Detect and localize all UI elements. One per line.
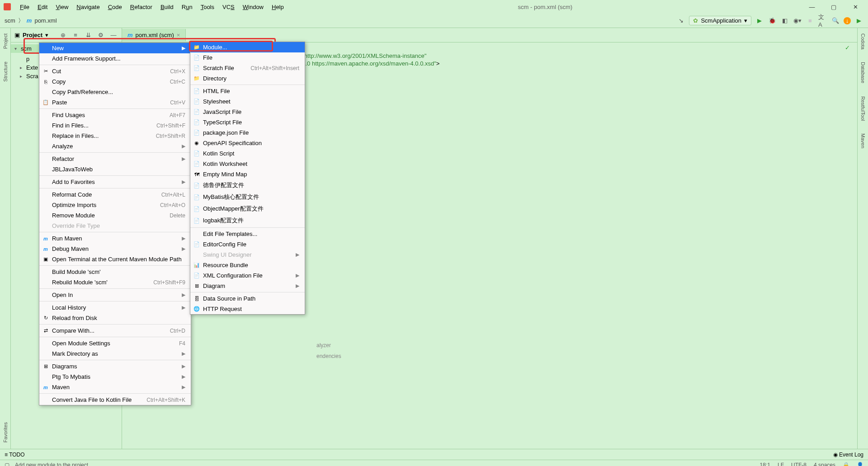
menu-item-editorconfig-file[interactable]: 📄EditorConfig File <box>190 239 305 249</box>
ide-scripting-icon[interactable]: ▶ <box>854 16 863 25</box>
menu-item-replace-in-files[interactable]: Replace in Files...Ctrl+Shift+R <box>39 131 191 141</box>
menu-vcs[interactable]: VCS <box>219 2 238 12</box>
chevron-down-icon[interactable]: ▾ <box>45 32 48 38</box>
menu-item-find-in-files[interactable]: Find in Files...Ctrl+Shift+F <box>39 120 191 131</box>
menu-item-openapi-specification[interactable]: ◉OpenAPI Specification <box>190 138 305 148</box>
menu-item-remove-module[interactable]: Remove ModuleDelete <box>39 210 191 221</box>
updates-icon[interactable]: ↓ <box>844 17 851 24</box>
menu-build[interactable]: Build <box>157 2 177 12</box>
status-encoding[interactable]: UTF-8 <box>791 462 807 466</box>
menu-item-copy[interactable]: ⎘CopyCtrl+C <box>39 76 191 87</box>
menu-item-file[interactable]: 📄File <box>190 52 305 63</box>
menu-item-diagram[interactable]: ⊞Diagram▶ <box>190 281 305 291</box>
coverage-button[interactable]: ◧ <box>780 16 789 25</box>
menu-item-open-in[interactable]: Open In▶ <box>39 290 191 300</box>
menu-item-local-history[interactable]: Local History▶ <box>39 302 191 313</box>
menu-item-debug-maven[interactable]: mDebug Maven▶ <box>39 244 191 254</box>
collapse-icon[interactable]: ⇊ <box>84 31 93 40</box>
menu-item-resource-bundle[interactable]: 📊Resource Bundle <box>190 260 305 270</box>
menu-item-jbljavatoweb[interactable]: JBLJavaToWeb <box>39 164 191 174</box>
menu-item-[interactable]: 📄德鲁伊配置文件 <box>190 179 305 191</box>
maximize-button[interactable]: ▢ <box>825 1 843 12</box>
run-button[interactable]: ▶ <box>755 16 764 25</box>
editor-tab[interactable]: m pom.xml (scm) × <box>122 29 186 41</box>
minimize-button[interactable]: — <box>803 1 821 12</box>
menu-item-xml-configuration-file[interactable]: 📄XML Configuration File▶ <box>190 270 305 281</box>
status-line-separator[interactable]: LF <box>778 462 784 466</box>
inspection-indicator[interactable]: ✓ <box>845 44 850 51</box>
tool-tab-database[interactable]: Database <box>860 60 866 85</box>
menu-item-html-file[interactable]: 📄HTML File <box>190 86 305 96</box>
menu-item-data-source-in-path[interactable]: 🗄Data Source in Path <box>190 293 305 304</box>
profiler-button[interactable]: ◉▾ <box>793 16 802 25</box>
menu-item-edit-file-templates[interactable]: Edit File Templates... <box>190 229 305 239</box>
menu-item-mark-directory-as[interactable]: Mark Directory as▶ <box>39 348 191 359</box>
gear-icon[interactable]: ⚙ <box>96 31 105 40</box>
menu-file[interactable]: File <box>16 2 33 12</box>
menu-item-cut[interactable]: ✂CutCtrl+X <box>39 66 191 76</box>
close-tab-icon[interactable]: × <box>177 32 180 38</box>
menu-item-reload-from-disk[interactable]: ↻Reload from Disk <box>39 313 191 323</box>
menu-item-analyze[interactable]: Analyze▶ <box>39 141 191 151</box>
menu-edit[interactable]: Edit <box>34 2 51 12</box>
status-inspections-icon[interactable]: 👤 <box>857 462 863 466</box>
hide-icon[interactable]: — <box>109 31 118 40</box>
close-button[interactable]: ✕ <box>846 1 864 12</box>
breadcrumb-file[interactable]: pom.xml <box>34 17 57 24</box>
menu-item-stylesheet[interactable]: 📄Stylesheet <box>190 96 305 107</box>
tool-tab-todo[interactable]: ≡ TODO <box>5 452 25 458</box>
menu-navigate[interactable]: Navigate <box>73 2 103 12</box>
menu-item-convert-java-file-to-kotlin-file[interactable]: Convert Java File to Kotlin FileCtrl+Alt… <box>39 395 191 405</box>
menu-item-build-module-scm[interactable]: Build Module 'scm' <box>39 267 191 277</box>
menu-help[interactable]: Help <box>268 2 288 12</box>
menu-item-empty-mind-map[interactable]: 🗺Empty Mind Map <box>190 169 305 179</box>
breadcrumb-root[interactable]: scm <box>5 17 15 24</box>
tool-tab-maven[interactable]: Maven <box>860 132 866 150</box>
menu-item-open-module-settings[interactable]: Open Module SettingsF4 <box>39 338 191 348</box>
expand-icon[interactable]: ≡ <box>71 31 80 40</box>
menu-item-maven[interactable]: mMaven▶ <box>39 382 191 392</box>
menu-code[interactable]: Code <box>104 2 126 12</box>
menu-item-objectmapper[interactable]: 📄ObjectMapper配置文件 <box>190 203 305 215</box>
menu-item-add-to-favorites[interactable]: Add to Favorites▶ <box>39 177 191 187</box>
menu-item-ptg-to-mybatis[interactable]: Ptg To Mybatis▶ <box>39 372 191 382</box>
translate-icon[interactable]: 文A <box>818 16 827 25</box>
tool-tab-codota[interactable]: Codota <box>860 32 866 51</box>
menu-refactor[interactable]: Refactor <box>127 2 156 12</box>
menu-item-javascript-file[interactable]: 📄JavaScript File <box>190 107 305 117</box>
locate-icon[interactable]: ⊕ <box>58 31 67 40</box>
menu-item-kotlin-script[interactable]: 📄Kotlin Script <box>190 148 305 159</box>
tool-tab-eventlog[interactable]: ◉ Event Log <box>833 452 863 458</box>
menu-item-typescript-file[interactable]: 📄TypeScript File <box>190 117 305 127</box>
menu-tools[interactable]: Tools <box>197 2 218 12</box>
tool-tab-favorites[interactable]: Favorites <box>3 420 8 444</box>
menu-item-package-json-file[interactable]: 📄package.json File <box>190 127 305 138</box>
menu-item-diagrams[interactable]: ⊞Diagrams▶ <box>39 361 191 372</box>
debug-button[interactable]: 🐞 <box>768 16 777 25</box>
status-indent[interactable]: 4 spaces <box>814 462 835 466</box>
search-icon[interactable]: 🔍 <box>831 16 840 25</box>
tool-tab-project[interactable]: Project <box>3 32 8 51</box>
build-icon[interactable]: ↘ <box>676 16 685 25</box>
menu-item-add-framework-support[interactable]: Add Framework Support... <box>39 53 191 64</box>
stop-button[interactable]: ■ <box>806 16 815 25</box>
menu-item-directory[interactable]: 📁Directory <box>190 73 305 84</box>
status-hint-icon[interactable]: ▢ <box>5 462 9 466</box>
menu-item-compare-with[interactable]: ⇄Compare With...Ctrl+D <box>39 325 191 336</box>
menu-item-run-maven[interactable]: mRun Maven▶ <box>39 233 191 244</box>
menu-item-paste[interactable]: 📋PasteCtrl+V <box>39 97 191 108</box>
menu-item-copy-path-reference[interactable]: Copy Path/Reference... <box>39 87 191 97</box>
menu-item-module[interactable]: 📁Module... <box>190 42 305 52</box>
menu-item-mybatis[interactable]: 📄MyBatis核心配置文件 <box>190 191 305 203</box>
menu-item-http-request[interactable]: 🌐HTTP Request <box>190 304 305 314</box>
run-config-selector[interactable]: ✿ ScmApplication ▾ <box>689 16 751 25</box>
status-lock-icon[interactable]: 🔒 <box>843 462 849 466</box>
menu-window[interactable]: Window <box>239 2 267 12</box>
menu-view[interactable]: View <box>52 2 72 12</box>
status-position[interactable]: 18:1 <box>760 462 770 466</box>
menu-item-rebuild-module-scm[interactable]: Rebuild Module 'scm'Ctrl+Shift+F9 <box>39 277 191 287</box>
menu-item-optimize-imports[interactable]: Optimize ImportsCtrl+Alt+O <box>39 200 191 210</box>
project-panel-title[interactable]: Project <box>23 32 42 38</box>
menu-item-logbak[interactable]: 📄logbak配置文件 <box>190 215 305 226</box>
menu-item-scratch-file[interactable]: 📄Scratch FileCtrl+Alt+Shift+Insert <box>190 63 305 73</box>
